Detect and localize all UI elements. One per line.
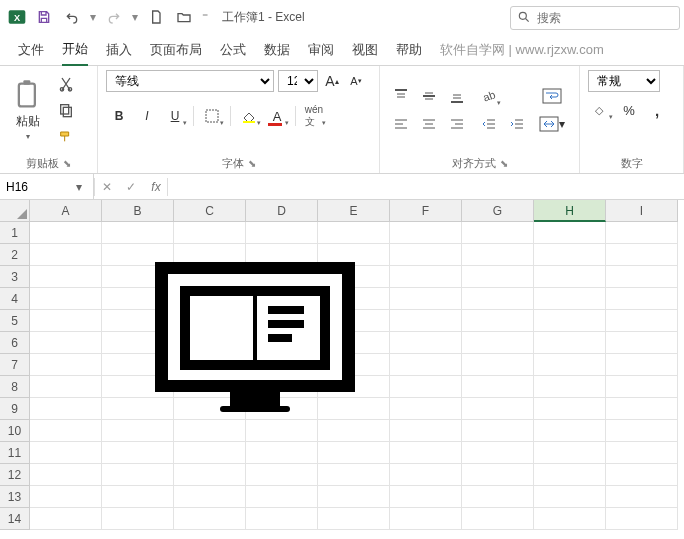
cell-E3[interactable] [318,266,390,288]
row-header-6[interactable]: 6 [0,332,30,354]
qat-dropdown-icon[interactable]: ▾ [90,10,96,24]
align-bottom-icon[interactable] [444,84,470,108]
row-header-2[interactable]: 2 [0,244,30,266]
cell-A4[interactable] [30,288,102,310]
comma-icon[interactable]: , [644,98,670,122]
cell-H9[interactable] [534,398,606,420]
cell-H2[interactable] [534,244,606,266]
wrap-text-icon[interactable] [536,84,568,108]
clipboard-launcher-icon[interactable]: ⬊ [63,158,71,169]
cell-E13[interactable] [318,486,390,508]
cell-I7[interactable] [606,354,678,376]
cell-C7[interactable] [174,354,246,376]
cell-A2[interactable] [30,244,102,266]
cell-B7[interactable] [102,354,174,376]
cell-A9[interactable] [30,398,102,420]
cell-H14[interactable] [534,508,606,530]
undo-icon[interactable] [60,5,84,29]
cell-F5[interactable] [390,310,462,332]
paste-button[interactable]: 粘贴 ▾ [8,79,48,141]
col-header-G[interactable]: G [462,200,534,222]
cell-F2[interactable] [390,244,462,266]
cell-D13[interactable] [246,486,318,508]
cell-A12[interactable] [30,464,102,486]
cell-D2[interactable] [246,244,318,266]
cell-E11[interactable] [318,442,390,464]
cell-D14[interactable] [246,508,318,530]
cell-E9[interactable] [318,398,390,420]
cell-I6[interactable] [606,332,678,354]
cell-C3[interactable] [174,266,246,288]
cell-B6[interactable] [102,332,174,354]
cell-C14[interactable] [174,508,246,530]
col-header-F[interactable]: F [390,200,462,222]
tab-开始[interactable]: 开始 [62,34,88,66]
row-header-8[interactable]: 8 [0,376,30,398]
cell-D7[interactable] [246,354,318,376]
cell-B14[interactable] [102,508,174,530]
cell-B12[interactable] [102,464,174,486]
tab-审阅[interactable]: 审阅 [308,35,334,65]
format-painter-icon[interactable] [54,125,78,147]
qat-customize-icon[interactable]: ⁼ [202,10,208,24]
phonetic-guide-button[interactable]: wén文▾ [301,104,327,128]
fill-color-button[interactable]: ▾ [236,104,262,128]
cell-I5[interactable] [606,310,678,332]
cell-G13[interactable] [462,486,534,508]
cell-C8[interactable] [174,376,246,398]
cancel-formula-icon[interactable]: ✕ [95,174,119,200]
fx-icon[interactable]: fx [143,174,167,200]
border-button[interactable]: ▾ [199,104,225,128]
alignment-launcher-icon[interactable]: ⬊ [500,158,508,169]
cell-I4[interactable] [606,288,678,310]
cell-H8[interactable] [534,376,606,398]
cell-E12[interactable] [318,464,390,486]
col-header-E[interactable]: E [318,200,390,222]
cell-G14[interactable] [462,508,534,530]
cell-C5[interactable] [174,310,246,332]
cell-C4[interactable] [174,288,246,310]
cell-I14[interactable] [606,508,678,530]
cell-H3[interactable] [534,266,606,288]
align-middle-icon[interactable] [416,84,442,108]
save-icon[interactable] [32,5,56,29]
cell-B5[interactable] [102,310,174,332]
cell-A5[interactable] [30,310,102,332]
cell-B11[interactable] [102,442,174,464]
cell-H12[interactable] [534,464,606,486]
cell-E4[interactable] [318,288,390,310]
cell-B13[interactable] [102,486,174,508]
cell-D1[interactable] [246,222,318,244]
cell-E5[interactable] [318,310,390,332]
increase-font-icon[interactable]: A▴ [322,71,342,91]
col-header-D[interactable]: D [246,200,318,222]
cell-B10[interactable] [102,420,174,442]
tab-页面布局[interactable]: 页面布局 [150,35,202,65]
cell-H4[interactable] [534,288,606,310]
cell-E6[interactable] [318,332,390,354]
cell-C9[interactable] [174,398,246,420]
cell-A3[interactable] [30,266,102,288]
col-header-I[interactable]: I [606,200,678,222]
font-color-button[interactable]: A▾ [264,104,290,128]
percent-icon[interactable]: % [616,98,642,122]
cell-I1[interactable] [606,222,678,244]
formula-input[interactable] [168,175,684,199]
col-header-A[interactable]: A [30,200,102,222]
cell-D10[interactable] [246,420,318,442]
cell-H7[interactable] [534,354,606,376]
cell-I11[interactable] [606,442,678,464]
cell-E8[interactable] [318,376,390,398]
cell-A10[interactable] [30,420,102,442]
search-box[interactable] [510,6,680,30]
cell-I8[interactable] [606,376,678,398]
tab-插入[interactable]: 插入 [106,35,132,65]
font-size-select[interactable]: 12 [278,70,318,92]
cell-B1[interactable] [102,222,174,244]
cell-A14[interactable] [30,508,102,530]
cell-C11[interactable] [174,442,246,464]
cell-G12[interactable] [462,464,534,486]
cell-E10[interactable] [318,420,390,442]
underline-button[interactable]: U▾ [162,104,188,128]
cell-G5[interactable] [462,310,534,332]
